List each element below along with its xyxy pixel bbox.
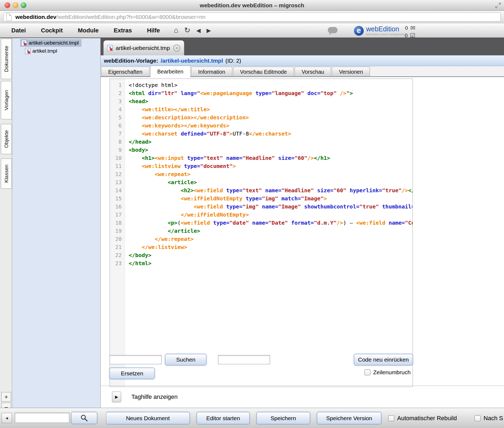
section-tab-vorlagen[interactable]: Vorlagen bbox=[1, 81, 12, 119]
menu-item-datei[interactable]: Datei bbox=[11, 27, 26, 34]
code-line-9: 9<body> bbox=[110, 146, 413, 154]
code-line-22: 22</body> bbox=[110, 251, 413, 259]
zeilenumbruch-group: Zeilenumbruch bbox=[365, 369, 411, 376]
task-count: 0 bbox=[405, 33, 408, 39]
webedition-logo: e webEdition web based content managemen… bbox=[354, 26, 404, 36]
code-line-11: 11 <we:listview type="document"> bbox=[110, 162, 413, 170]
home-icon[interactable]: ⌂ bbox=[174, 27, 178, 34]
template-header-label: webEdition-Vorlage: bbox=[104, 58, 158, 64]
section-tab-dokumente[interactable]: Dokumente bbox=[1, 39, 12, 79]
scroll-left-button[interactable]: ◂ bbox=[2, 413, 12, 423]
menu-item-extras[interactable]: Extras bbox=[114, 27, 132, 34]
url-host: webedition.dev bbox=[15, 14, 56, 20]
magnifier-icon bbox=[80, 414, 88, 422]
template-icon: T bbox=[21, 40, 27, 46]
code-line-1: 1<!doctype html> bbox=[110, 81, 413, 89]
code-line-18: 18 <p>(<we:field type="date" name="Date"… bbox=[110, 219, 413, 227]
menu-item-hilfe[interactable]: Hilfe bbox=[147, 27, 160, 34]
template-icon: T bbox=[25, 48, 30, 54]
logo-name: webEdition bbox=[366, 26, 404, 32]
menu-item-module[interactable]: Module bbox=[78, 27, 98, 34]
mail-icon[interactable]: ✉ bbox=[410, 25, 415, 32]
window-title: webedition.dev webEdition – migrosch bbox=[0, 0, 504, 11]
replace-input[interactable] bbox=[218, 355, 270, 364]
code-line-6: 6 <we:keywords></we:keywords> bbox=[110, 122, 413, 130]
editor-starten-button[interactable]: Editor starten bbox=[197, 412, 250, 424]
taghelp-expand-button[interactable]: ▶ bbox=[112, 392, 121, 402]
file-item-label: artikel-uebersicht.tmpl bbox=[29, 40, 79, 46]
url-path: /webEdition/webEdition.php?h=6000&w=8000… bbox=[56, 14, 206, 20]
tab-eigenschaften[interactable]: Eigenschaften bbox=[101, 67, 149, 76]
tab-bearbeiten[interactable]: Bearbeiten bbox=[150, 66, 190, 77]
document-tab[interactable]: T artikel-uebersicht.tmpl × bbox=[103, 40, 184, 55]
reload-icon[interactable]: ↻ bbox=[184, 27, 190, 34]
template-header: webEdition-Vorlage: /artikel-uebersicht.… bbox=[101, 55, 504, 66]
forward-icon[interactable]: ▶ bbox=[207, 28, 211, 33]
template-header-id: (ID: 2) bbox=[226, 58, 241, 64]
file-item-artikel-uebersicht-tmpl[interactable]: Tartikel-uebersicht.tmpl bbox=[20, 39, 81, 47]
close-tab-icon[interactable]: × bbox=[173, 45, 180, 52]
menu-item-cockpit[interactable]: Cockpit bbox=[41, 27, 63, 34]
tab-vorschau-editmode[interactable]: Vorschau Editmode bbox=[233, 67, 294, 76]
sidebar-search-input[interactable] bbox=[15, 413, 69, 423]
tab-versionen[interactable]: Versionen bbox=[332, 67, 370, 76]
code-line-15: 15 <we:ifFieldNotEmpty type="img" match=… bbox=[110, 194, 413, 203]
logo-icon: e bbox=[354, 26, 364, 36]
status-counters: 0 ✉ 0 ☑ bbox=[405, 25, 415, 39]
document-tab-label: artikel-uebersicht.tmpl bbox=[116, 45, 170, 51]
main-panel: T artikel-uebersicht.tmpl × webEdition-V… bbox=[101, 38, 504, 408]
zoom-window-button[interactable] bbox=[21, 2, 26, 8]
section-tab-label: Vorlagen bbox=[4, 90, 9, 110]
document-tab-strip: T artikel-uebersicht.tmpl × bbox=[101, 38, 504, 55]
auto-rebuild-checkbox[interactable] bbox=[388, 415, 394, 421]
code-neu-einruecken-button[interactable]: Code neu einrücken bbox=[354, 354, 413, 365]
nach-s-checkbox[interactable] bbox=[475, 415, 481, 421]
tab-vorschau[interactable]: Vorschau bbox=[295, 67, 331, 76]
code-line-20: 20 </we:repeat> bbox=[110, 235, 413, 243]
minimize-window-button[interactable] bbox=[13, 2, 18, 8]
file-item-artikel-tmpl[interactable]: Tartikel.tmpl bbox=[24, 47, 60, 55]
zoom-in-button[interactable]: + bbox=[1, 392, 11, 402]
taghelp-label: Taghilfe anzeigen bbox=[131, 393, 178, 400]
section-tab-label: Objekte bbox=[4, 130, 9, 148]
code-lines: 1<!doctype html>2<html dir="ltr" lang="<… bbox=[110, 79, 413, 267]
close-window-button[interactable] bbox=[5, 2, 10, 8]
auto-rebuild-group: Automatischer Rebuild bbox=[388, 415, 457, 422]
nach-s-label: Nach S bbox=[483, 415, 503, 422]
tab-information[interactable]: Information bbox=[191, 67, 232, 76]
footer-main: Neues DokumentEditor startenSpeichernSpe… bbox=[106, 408, 504, 428]
main-tabs: EigenschaftenBearbeitenInformationVorsch… bbox=[101, 66, 504, 77]
resize-icon[interactable] bbox=[495, 2, 501, 9]
section-tab-objekte[interactable]: Objekte bbox=[1, 124, 12, 154]
speichern-button[interactable]: Speichern bbox=[257, 412, 310, 424]
neues-dokument-button[interactable]: Neues Dokument bbox=[106, 412, 190, 424]
code-line-23: 23</html> bbox=[110, 259, 413, 267]
code-line-14: 14 <h2><we:field type="text" name="Headl… bbox=[110, 186, 413, 194]
code-line-8: 8</head> bbox=[110, 138, 413, 146]
section-tab-klassen[interactable]: Klassen bbox=[1, 159, 12, 189]
nach-s-group: Nach S bbox=[475, 415, 503, 422]
nav-icons: ⌂ ↻ ◀ ▶ bbox=[174, 27, 211, 34]
zeilenumbruch-checkbox[interactable] bbox=[365, 369, 370, 375]
suchen-button[interactable]: Suchen bbox=[165, 354, 206, 365]
code-line-4: 4 <we:title></we:title> bbox=[110, 105, 413, 113]
file-tree: Tartikel-uebersicht.tmplTartikel.tmpl bbox=[12, 38, 100, 55]
code-editor[interactable]: 1<!doctype html>2<html dir="ltr" lang="<… bbox=[110, 79, 413, 387]
code-line-12: 12 <we:repeat> bbox=[110, 170, 413, 178]
mail-count: 0 bbox=[405, 25, 408, 31]
chat-bubble-icon[interactable] bbox=[328, 27, 338, 33]
taghelp-row: ▶ Taghilfe anzeigen bbox=[112, 392, 178, 402]
section-tab-label: Klassen bbox=[4, 164, 9, 183]
back-icon[interactable]: ◀ bbox=[196, 28, 200, 33]
speichere-version-button[interactable]: Speichere Version bbox=[317, 412, 381, 424]
template-header-path[interactable]: /artikel-uebersicht.tmpl bbox=[161, 58, 223, 64]
find-input[interactable] bbox=[110, 355, 162, 364]
zeilenumbruch-label: Zeilenumbruch bbox=[373, 369, 411, 376]
bottom-bar: ◂ Neues DokumentEditor startenSpeichernS… bbox=[0, 408, 504, 428]
browser-url-bar: webedition.dev/webEdition/webEdition.php… bbox=[0, 11, 504, 23]
sidebar: Tartikel-uebersicht.tmplTartikel.tmpl bbox=[12, 38, 101, 408]
sidebar-search-button[interactable] bbox=[71, 412, 97, 424]
menu-items: DateiCockpitModuleExtrasHilfe bbox=[0, 27, 160, 34]
url-input[interactable]: webedition.dev/webEdition/webEdition.php… bbox=[3, 12, 501, 22]
ersetzen-button[interactable]: Ersetzen bbox=[110, 368, 155, 379]
